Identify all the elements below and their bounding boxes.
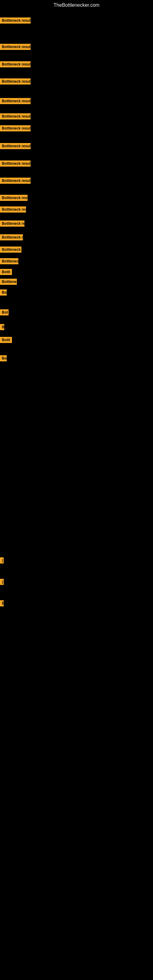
bottleneck-badge-7: Bottleneck result — [0, 125, 30, 131]
bottleneck-badge-16: Bottlenec — [0, 258, 18, 264]
bottleneck-badge-25: | — [0, 579, 4, 585]
bottleneck-badge-23: Bo — [0, 355, 7, 361]
bottleneck-badge-21: B — [0, 324, 4, 330]
bottleneck-badge-19: Bo — [0, 290, 7, 296]
bottleneck-badge-24: | — [0, 557, 4, 563]
bottleneck-badge-3: Bottleneck result — [0, 61, 30, 67]
bottleneck-badge-18: Bottlene — [0, 279, 17, 285]
bottleneck-badge-14: Bottleneck res — [0, 234, 23, 240]
bottleneck-badge-11: Bottleneck result — [0, 195, 27, 201]
bottleneck-badge-1: Bottleneck result — [0, 18, 30, 24]
bottleneck-badge-8: Bottleneck result — [0, 143, 30, 149]
bottleneck-badge-20: Bot — [0, 309, 9, 315]
bottleneck-badge-10: Bottleneck result — [0, 178, 30, 184]
bottleneck-badge-15: Bottleneck re — [0, 247, 21, 253]
bottleneck-badge-2: Bottleneck result — [0, 44, 30, 50]
bottleneck-badge-6: Bottleneck result — [0, 113, 30, 119]
bottleneck-badge-22: Bottl — [0, 337, 12, 343]
bottleneck-badge-9: Bottleneck result — [0, 161, 30, 167]
bottleneck-badge-17: Bottl — [0, 269, 12, 275]
bottleneck-badge-4: Bottleneck result — [0, 78, 30, 84]
bottleneck-badge-5: Bottleneck result — [0, 98, 30, 104]
bottleneck-badge-26: E — [0, 600, 4, 606]
bottleneck-badge-13: Bottleneck resu — [0, 221, 24, 227]
bottleneck-badge-12: Bottleneck result — [0, 207, 26, 213]
